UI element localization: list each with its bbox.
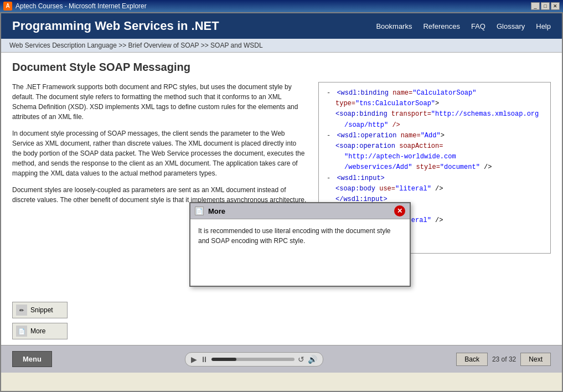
more-button[interactable]: 📄 More [12,323,68,339]
rewind-button[interactable]: ▶ [191,355,197,364]
code-line-5: - <wsdl:operation name="Add"> [327,131,543,141]
nav-glossary[interactable]: Glossary [497,22,525,30]
nav-controls: Back 23 of 32 Next [456,353,551,366]
nav-bookmarks[interactable]: Bookmarks [376,22,412,30]
page-indicator: 23 of 32 [492,355,516,363]
snippet-icon: ✏ [16,305,27,316]
more-popup-text: It is recommended to use literal encodin… [198,226,402,246]
pause-button[interactable]: ⏸ [200,355,208,364]
more-popup-close-button[interactable]: ✕ [394,205,405,216]
bottom-bar: Menu ▶ ⏸ ↺ 🔊 Back 23 of 32 Next [1,345,562,373]
code-line-6: <soap:operation soapAction= [327,141,543,152]
paragraph-2: In document style processing of SOAP mes… [12,128,307,178]
title-bar-buttons: _ □ ✕ [531,2,560,10]
page-title: Document Style SOAP Messaging [12,61,551,74]
progress-bar-fill [211,358,236,361]
title-bar: A Aptech Courses - Microsoft Internet Ex… [0,0,563,12]
more-popup-content: It is recommended to use literal encodin… [190,219,410,286]
more-label: More [30,327,45,335]
more-doc-icon: 📄 [16,326,27,337]
menu-button[interactable]: Menu [12,351,52,367]
app-title: Programming Web Services in .NET [12,19,219,33]
content-area: Document Style SOAP Messaging The .NET F… [1,53,562,345]
next-button[interactable]: Next [520,353,551,366]
code-line-8: /webservices/Add" style="document" /> [327,162,543,173]
replay-button[interactable]: ↺ [298,355,304,364]
app-header: Programming Web Services in .NET Bookmar… [1,13,562,39]
close-button[interactable]: ✕ [551,2,560,10]
volume-button[interactable]: 🔊 [308,355,317,364]
media-controls: ▶ ⏸ ↺ 🔊 [185,352,323,367]
more-popup-title: More [208,207,390,215]
sidebar-buttons: ✏ Snippet 📄 More [12,302,68,339]
header-nav: Bookmarks References FAQ Glossary Help [376,22,551,30]
title-bar-text: Aptech Courses - Microsoft Internet Expl… [16,2,531,10]
window-chrome: Programming Web Services in .NET Bookmar… [0,12,563,392]
progress-bar[interactable] [211,358,295,361]
minimize-button[interactable]: _ [531,2,540,10]
maximize-button[interactable]: □ [541,2,550,10]
code-line-7: "http://aptech-worldwide.com [327,152,543,162]
more-popup-icon: 📄 [195,207,204,215]
app-icon: A [3,2,12,11]
code-line-3: <soap:binding transport="http://schemas.… [327,109,543,120]
more-popup: 📄 More ✕ It is recommended to use litera… [189,202,411,287]
code-line-1: - <wsdl:binding name="CalculatorSoap" [327,88,543,99]
nav-faq[interactable]: FAQ [471,22,485,30]
nav-references[interactable]: References [423,22,459,30]
code-line-10: <soap:body use="literal" /> [327,184,543,194]
back-button[interactable]: Back [456,353,488,366]
snippet-label: Snippet [30,306,53,314]
paragraph-1: The .NET Framework supports both documen… [12,82,307,122]
code-line-4: /soap/http" /> [327,120,543,131]
more-popup-header: 📄 More ✕ [190,203,410,219]
breadcrumb-text: Web Services Description Language >> Bri… [9,42,263,49]
code-line-2: type="tns:CalculatorSoap"> [327,99,543,109]
nav-help[interactable]: Help [536,22,551,30]
code-line-9: - <wsdl:input> [327,173,543,184]
breadcrumb: Web Services Description Language >> Bri… [1,39,562,53]
snippet-button[interactable]: ✏ Snippet [12,302,68,318]
